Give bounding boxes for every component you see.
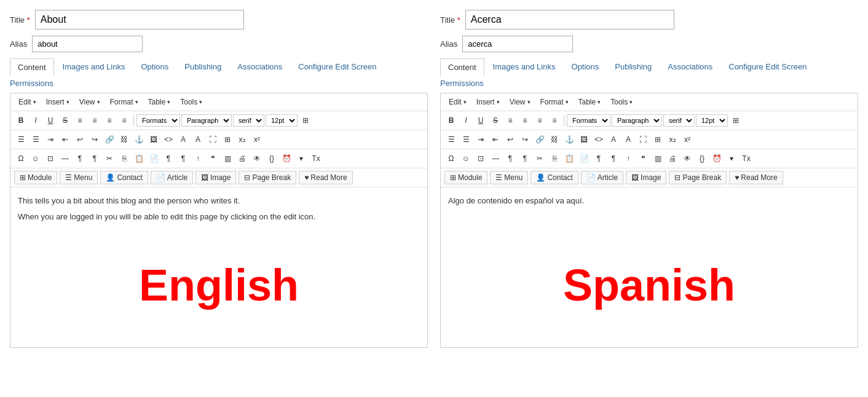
tab-images-and-links[interactable]: Images and Links — [486, 58, 563, 76]
indent-btn[interactable]: ⇥ — [44, 133, 57, 146]
list-ordered-btn[interactable]: ☰ — [29, 133, 42, 146]
redo-btn[interactable]: ↪ — [88, 133, 101, 146]
unlink-btn[interactable]: ⛓ — [548, 133, 561, 146]
print2-para-btn[interactable]: ¶ — [607, 152, 620, 165]
insert-menu-btn[interactable]: ☰Menu — [60, 171, 98, 184]
print-para-btn[interactable]: ¶ — [162, 152, 175, 165]
insert-page-break-btn[interactable]: ⊟Page Break — [239, 171, 296, 184]
emoji-btn[interactable]: ☺ — [29, 152, 42, 165]
anchor-btn[interactable]: ⚓ — [562, 133, 576, 146]
bold-btn[interactable]: B — [444, 114, 458, 127]
more-btn[interactable]: ▾ — [294, 152, 308, 165]
list-unordered-btn[interactable]: ☰ — [14, 133, 28, 146]
tab-associations[interactable]: Associations — [660, 58, 720, 76]
tab-publishing[interactable]: Publishing — [607, 58, 659, 76]
paragraph-select[interactable]: Paragraph — [181, 114, 232, 127]
para-btn[interactable]: ¶ — [73, 152, 87, 165]
italic-btn[interactable]: I — [29, 114, 42, 127]
strikethrough-btn[interactable]: S — [489, 114, 502, 127]
menu-edit[interactable]: Edit ▾ — [14, 96, 41, 108]
align-center-btn[interactable]: ≡ — [518, 114, 532, 127]
code2-btn[interactable]: {} — [265, 152, 278, 165]
permissions-link[interactable]: Permissions — [440, 79, 484, 88]
insert-article-btn[interactable]: 📄Article — [151, 171, 193, 184]
list-unordered-btn[interactable]: ☰ — [444, 133, 458, 146]
bg-color-btn[interactable]: A — [621, 133, 635, 146]
align-left-btn[interactable]: ≡ — [73, 114, 87, 127]
bold-btn[interactable]: B — [14, 114, 28, 127]
insert-read-more-btn[interactable]: ♥Read More — [299, 171, 353, 184]
font-color-btn[interactable]: A — [176, 133, 190, 146]
align-right-btn[interactable]: ≡ — [533, 114, 546, 127]
menu-format[interactable]: Format ▾ — [106, 96, 143, 108]
permissions-link[interactable]: Permissions — [10, 79, 53, 88]
cut-btn[interactable]: ✂ — [533, 152, 546, 165]
insert-contact-btn[interactable]: 👤Contact — [531, 171, 578, 184]
clock-btn[interactable]: ⏰ — [280, 152, 293, 165]
undo-btn[interactable]: ↩ — [73, 133, 87, 146]
tab-configure-edit-screen[interactable]: Configure Edit Screen — [721, 58, 814, 76]
code2-btn[interactable]: {} — [695, 152, 709, 165]
insert-module-btn[interactable]: ⊞Module — [444, 171, 487, 184]
link-btn[interactable]: 🔗 — [533, 133, 546, 146]
print-btn[interactable]: 🖨 — [235, 152, 249, 165]
copy-btn[interactable]: ⎘ — [548, 152, 561, 165]
font-select[interactable]: serif — [663, 114, 695, 127]
bg-color-btn[interactable]: A — [191, 133, 205, 146]
para2-btn[interactable]: ¶ — [518, 152, 532, 165]
outdent-btn[interactable]: ⇤ — [58, 133, 72, 146]
hr-btn[interactable]: — — [489, 152, 502, 165]
align-justify-btn[interactable]: ≡ — [117, 114, 131, 127]
insert-image-btn[interactable]: 🖼Image — [195, 171, 236, 184]
clock-btn[interactable]: ⏰ — [710, 152, 724, 165]
redo-btn[interactable]: ↪ — [518, 133, 532, 146]
indent-btn[interactable]: ⇥ — [474, 133, 487, 146]
insert-article-btn[interactable]: 📄Article — [581, 171, 623, 184]
para-btn[interactable]: ¶ — [503, 152, 517, 165]
blockquote2-btn[interactable]: ▥ — [221, 152, 234, 165]
tab-publishing[interactable]: Publishing — [177, 58, 229, 76]
subscript-btn[interactable]: x₂ — [666, 133, 679, 146]
image-btn[interactable]: 🖼 — [147, 133, 160, 146]
special-btn[interactable]: ⊡ — [44, 152, 57, 165]
tab-configure-edit-screen[interactable]: Configure Edit Screen — [291, 58, 384, 76]
more-btn[interactable]: ▾ — [725, 152, 738, 165]
size-select[interactable]: 12pt — [696, 114, 728, 127]
clear-btn[interactable]: Tx — [309, 152, 323, 165]
code-btn[interactable]: <> — [162, 133, 175, 146]
omega-btn[interactable]: Ω — [14, 152, 28, 165]
insert-module-btn[interactable]: ⊞Module — [14, 171, 57, 184]
print2-para-btn[interactable]: ¶ — [176, 152, 190, 165]
undo-btn[interactable]: ↩ — [503, 133, 517, 146]
tab-associations[interactable]: Associations — [230, 58, 290, 76]
font-color-btn[interactable]: A — [607, 133, 620, 146]
strikethrough-btn[interactable]: S — [58, 114, 72, 127]
menu-view[interactable]: View ▾ — [75, 96, 105, 108]
outdent-btn[interactable]: ⇤ — [489, 133, 502, 146]
insert-image-btn[interactable]: 🖼Image — [626, 171, 666, 184]
italic-btn[interactable]: I — [459, 114, 473, 127]
alias-input[interactable] — [462, 36, 573, 52]
align-center-btn[interactable]: ≡ — [88, 114, 101, 127]
fullscreen-btn[interactable]: ⛶ — [636, 133, 650, 146]
insert-page-break-btn[interactable]: ⊟Page Break — [669, 171, 727, 184]
link-btn[interactable]: 🔗 — [103, 133, 116, 146]
insert-contact-btn[interactable]: 👤Contact — [100, 171, 148, 184]
content-area[interactable]: This tells you a bit about this blog and… — [10, 187, 427, 347]
para2-btn[interactable]: ¶ — [88, 152, 101, 165]
font-select[interactable]: serif — [233, 114, 264, 127]
special-btn[interactable]: ⊡ — [474, 152, 487, 165]
size-select[interactable]: 12pt — [266, 114, 298, 127]
menu-tools[interactable]: Tools ▾ — [606, 96, 637, 108]
blockquote-btn[interactable]: ❝ — [206, 152, 219, 165]
menu-tools[interactable]: Tools ▾ — [176, 96, 207, 108]
tab-content[interactable]: Content — [10, 58, 54, 76]
align-justify-btn[interactable]: ≡ — [548, 114, 561, 127]
underline-btn[interactable]: U — [474, 114, 487, 127]
paste-btn[interactable]: 📋 — [132, 152, 146, 165]
upload-btn[interactable]: ↑ — [191, 152, 205, 165]
subscript-btn[interactable]: x₂ — [235, 133, 249, 146]
emoji-btn[interactable]: ☺ — [459, 152, 473, 165]
align-left-btn[interactable]: ≡ — [503, 114, 517, 127]
menu-table[interactable]: Table ▾ — [574, 96, 606, 108]
